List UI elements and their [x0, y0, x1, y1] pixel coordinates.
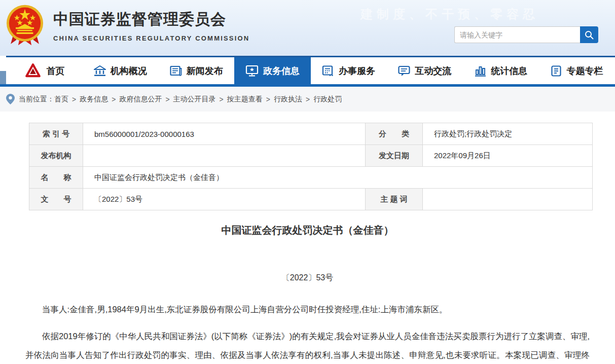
document-paragraph: 当事人:金佳音,男,1984年9月出生,东北证券股份有限公司上海自营分公司时任投… — [25, 300, 590, 319]
main-nav-zone: 首页 机构概况 新闻发布 — [0, 56, 615, 87]
search-input[interactable] — [454, 26, 580, 43]
location-pin-icon — [6, 94, 15, 104]
breadcrumb: 当前位置： 首页 > 政务信息 > 政府信息公开 > 主动公开目录 > 按主题查… — [0, 87, 615, 112]
national-emblem-logo — [4, 3, 46, 47]
bank-icon — [94, 65, 106, 77]
document-body: 中国证监会行政处罚决定书（金佳音） 〔2022〕53号 当事人:金佳音,男,19… — [0, 224, 615, 364]
document-meta-table: 索 引 号 bm56000001/2023-00000163 分 类 行政处罚;… — [29, 123, 593, 210]
nav-label: 统计信息 — [491, 65, 527, 77]
breadcrumb-separator: > — [306, 95, 310, 103]
issuing-agency-value — [83, 145, 366, 167]
search-icon — [584, 30, 594, 40]
index-number-value: bm56000001/2023-00000163 — [83, 123, 366, 145]
main-nav: 首页 机构概况 新闻发布 — [6, 56, 615, 84]
table-row: 文 号 〔2022〕53号 主 题 词 — [29, 189, 593, 210]
nav-item-gov-info[interactable]: 政务信息 — [234, 57, 310, 84]
breadcrumb-item-by-topic[interactable]: 按主题查看 — [227, 95, 263, 104]
site-title: 中国证券监督管理委员会 — [53, 9, 249, 30]
csrc-logo-icon — [24, 62, 42, 80]
breadcrumb-item-home[interactable]: 首页 — [54, 95, 68, 104]
breadcrumb-separator: > — [220, 95, 224, 103]
index-number-label: 索 引 号 — [29, 123, 83, 145]
document-number-label: 文 号 — [29, 189, 83, 210]
nav-bottom-bar — [0, 84, 615, 87]
table-row: 索 引 号 bm56000001/2023-00000163 分 类 行政处罚;… — [29, 123, 593, 145]
chat-icon — [398, 65, 410, 77]
breadcrumb-item-disclosure[interactable]: 政府信息公开 — [119, 95, 162, 104]
search-button[interactable] — [580, 26, 598, 43]
monitor-icon — [245, 65, 259, 77]
nav-label: 新闻发布 — [187, 65, 223, 77]
nav-left-decoration — [0, 71, 6, 84]
breadcrumb-item-gov-info[interactable]: 政务信息 — [80, 95, 108, 104]
document-name-label: 名 称 — [29, 167, 83, 189]
nav-item-services[interactable]: 办事服务 — [311, 57, 387, 84]
nav-item-home[interactable]: 首页 — [6, 57, 82, 84]
bar-chart-icon — [474, 65, 486, 77]
nav-label: 专题专栏 — [566, 65, 603, 77]
breadcrumb-separator: > — [266, 95, 270, 103]
column-icon — [551, 65, 562, 77]
nav-label: 首页 — [47, 65, 65, 77]
breadcrumb-item-penalty[interactable]: 行政处罚 — [313, 95, 342, 104]
slogan-watermark: 建制度、不干预、零容忍 — [360, 6, 539, 22]
news-icon — [170, 65, 182, 77]
search-bar — [454, 26, 598, 43]
subject-words-label: 主 题 词 — [366, 189, 423, 210]
form-icon — [322, 65, 334, 77]
site-header: 中国证券监督管理委员会 CHINA SECURITIES REGULATORY … — [0, 0, 615, 56]
subject-words-value — [423, 189, 593, 210]
nav-item-statistics[interactable]: 统计信息 — [463, 57, 539, 84]
issue-date-value: 2022年09月26日 — [423, 145, 593, 167]
nav-label: 政务信息 — [263, 65, 300, 77]
issuing-agency-label: 发布机构 — [29, 145, 83, 167]
issue-date-label: 发文日期 — [366, 145, 423, 167]
document-number-value: 〔2022〕53号 — [83, 189, 366, 210]
nav-item-news[interactable]: 新闻发布 — [158, 57, 234, 84]
document-paragraph: 依据2019年修订的《中华人民共和国证券法》(以下简称《证券法》)的有关规定,我… — [25, 327, 590, 364]
nav-label: 办事服务 — [339, 65, 375, 77]
breadcrumb-separator: > — [72, 95, 76, 103]
breadcrumb-separator: > — [112, 95, 116, 103]
nav-item-special-columns[interactable]: 专题专栏 — [539, 57, 615, 84]
nav-label: 机构概况 — [111, 65, 147, 77]
nav-label: 互动交流 — [415, 65, 451, 77]
document-number: 〔2022〕53号 — [25, 273, 590, 283]
site-subtitle: CHINA SECURITIES REGULATORY COMMISSION — [53, 34, 249, 42]
brand-block: 中国证券监督管理委员会 CHINA SECURITIES REGULATORY … — [53, 9, 249, 42]
category-label: 分 类 — [366, 123, 423, 145]
breadcrumb-prefix: 当前位置： — [19, 95, 54, 104]
category-value: 行政处罚;行政处罚决定 — [423, 123, 593, 145]
breadcrumb-separator: > — [165, 95, 169, 103]
table-row: 发布机构 发文日期 2022年09月26日 — [29, 145, 593, 167]
document-name-value: 中国证监会行政处罚决定书（金佳音） — [83, 167, 593, 189]
breadcrumb-item-enforcement[interactable]: 行政执法 — [274, 95, 302, 104]
table-row: 名 称 中国证监会行政处罚决定书（金佳音） — [29, 167, 593, 189]
breadcrumb-item-catalog[interactable]: 主动公开目录 — [173, 95, 216, 104]
nav-item-interaction[interactable]: 互动交流 — [387, 57, 463, 84]
document-title: 中国证监会行政处罚决定书（金佳音） — [25, 224, 590, 237]
nav-item-about[interactable]: 机构概况 — [82, 57, 158, 84]
